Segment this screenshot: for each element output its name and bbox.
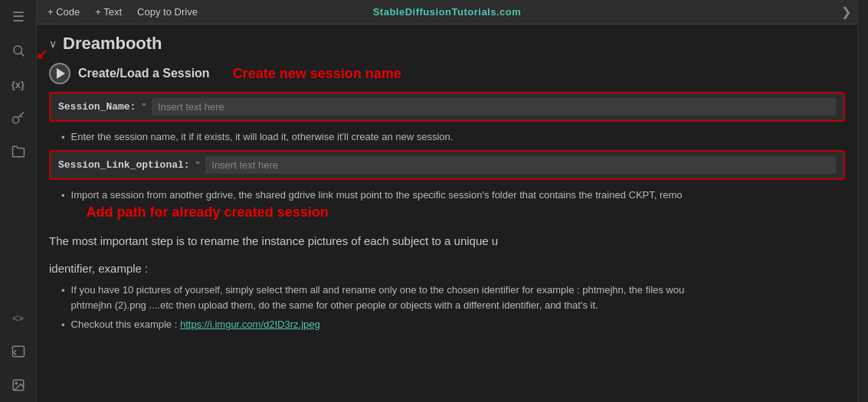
- svg-point-2: [12, 117, 18, 123]
- variable-icon[interactable]: {x}: [8, 74, 29, 95]
- toolbar-right-chevron: ❯: [841, 5, 851, 19]
- para-text-1: The most important step is to rename the…: [49, 232, 845, 250]
- left-sidebar: ☰ {x} <>: [0, 0, 37, 402]
- arrow-annotation: ↙: [37, 46, 47, 63]
- para-text-2: identifier, example :: [49, 260, 845, 278]
- session-name-label: Session_Name:: [58, 101, 136, 113]
- code-icon[interactable]: <>: [8, 307, 29, 328]
- collapse-arrow-icon[interactable]: ∨: [49, 38, 57, 50]
- section-header: ∨ Dreambooth: [49, 34, 845, 54]
- copy-to-drive-button[interactable]: Copy to Drive: [133, 5, 202, 19]
- session-link-quote: ": [196, 159, 200, 171]
- cell-create-session: ↙ Create/Load a Session Create new sessi…: [49, 63, 845, 333]
- folder-icon[interactable]: [8, 141, 29, 162]
- bullet-item-2: • Checkout this example : https://i.imgu…: [61, 317, 845, 333]
- session-link-input[interactable]: [205, 156, 836, 174]
- menu-icon[interactable]: ☰: [8, 6, 29, 28]
- cell-title: Create/Load a Session: [78, 67, 210, 80]
- svg-line-1: [21, 53, 24, 56]
- example-link[interactable]: https://i.imgur.com/d2ID3rz.jpeg: [180, 319, 320, 330]
- svg-point-5: [15, 382, 17, 384]
- toolbar: + Code + Text Copy to Drive StableDiffus…: [37, 0, 857, 25]
- cell-run-row: ↙ Create/Load a Session Create new sessi…: [49, 63, 845, 84]
- section-title: Dreambooth: [63, 34, 162, 54]
- site-title: StableDiffusionTutorials.com: [373, 6, 522, 18]
- session-link-annotation: Add path for already created session: [87, 204, 329, 220]
- run-cell-button[interactable]: [49, 63, 70, 84]
- main-content: + Code + Text Copy to Drive StableDiffus…: [37, 0, 857, 402]
- search-icon[interactable]: [8, 40, 29, 61]
- session-link-label: Session_Link_optional:: [58, 159, 190, 171]
- session-name-field-box: Session_Name: ": [49, 92, 845, 122]
- session-link-hint: • Import a session from another gdrive, …: [61, 188, 845, 224]
- session-name-hint: • Enter the session name, it if it exist…: [61, 129, 845, 145]
- bullet-item-1: • If you have 10 pictures of yourself, s…: [61, 283, 845, 312]
- key-icon[interactable]: [8, 107, 29, 129]
- session-name-quote: ": [142, 101, 146, 113]
- right-bar: [857, 0, 868, 402]
- svg-point-0: [14, 46, 22, 54]
- create-session-annotation: Create new session name: [233, 66, 401, 82]
- session-name-input[interactable]: [152, 98, 836, 116]
- image-icon[interactable]: [8, 374, 29, 396]
- notebook-content: ∨ Dreambooth ↙ Create/Load a Session Cre…: [37, 25, 857, 402]
- add-code-button[interactable]: + Code: [43, 5, 84, 19]
- add-text-button[interactable]: + Text: [90, 5, 126, 19]
- terminal-icon[interactable]: [8, 341, 29, 362]
- session-link-field-box: Session_Link_optional: ": [49, 150, 845, 180]
